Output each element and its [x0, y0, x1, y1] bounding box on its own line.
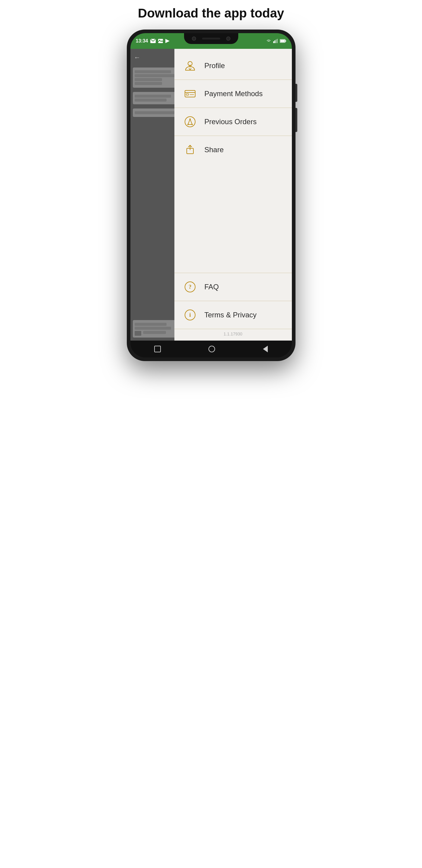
status-right-icons [266, 39, 287, 43]
status-time: 13:34 [136, 38, 170, 44]
phone-frame: 13:34 [127, 30, 295, 361]
menu-item-profile[interactable]: Profile [174, 52, 292, 80]
side-drawer: Profile Payment Methods [174, 49, 292, 341]
svg-rect-9 [285, 40, 286, 41]
mail-icon [150, 39, 156, 43]
menu-item-faq[interactable]: ? FAQ [174, 273, 292, 301]
profile-icon [183, 59, 197, 73]
menu-bottom: ? FAQ i Terms & Privacy [174, 273, 292, 341]
svg-rect-4 [273, 41, 274, 43]
screen-area: ← [130, 49, 292, 341]
nav-home-button[interactable] [208, 346, 215, 352]
svg-rect-10 [280, 40, 285, 42]
menu-items-top: Profile Payment Methods [174, 49, 292, 164]
wifi-icon [266, 39, 271, 43]
svg-line-18 [188, 119, 190, 124]
svg-marker-3 [165, 39, 170, 43]
menu-item-share[interactable]: Share [174, 136, 292, 164]
status-bar: 13:34 [130, 33, 292, 49]
share-icon [183, 143, 197, 157]
svg-rect-5 [274, 40, 275, 43]
notch [184, 33, 238, 44]
orders-label: Previous Orders [204, 118, 257, 126]
phone-screen: 13:34 [130, 33, 292, 358]
menu-spacer [174, 164, 292, 273]
nav-back-button[interactable] [263, 346, 268, 352]
svg-line-19 [190, 119, 192, 124]
payment-icon [183, 87, 197, 101]
battery-icon [280, 39, 287, 43]
menu-item-payment[interactable]: Payment Methods [174, 80, 292, 108]
signal-icon [273, 39, 278, 43]
nav-bar [130, 341, 292, 358]
front-sensor [226, 36, 230, 41]
faq-label: FAQ [204, 283, 219, 291]
svg-text:i: i [189, 312, 191, 318]
payment-label: Payment Methods [204, 90, 263, 98]
speaker [202, 38, 220, 39]
menu-item-orders[interactable]: Previous Orders [174, 108, 292, 136]
svg-text:?: ? [189, 284, 191, 290]
svg-rect-15 [186, 94, 189, 95]
nav-square-button[interactable] [154, 346, 161, 352]
svg-rect-6 [275, 39, 277, 43]
faq-icon: ? [183, 280, 197, 294]
profile-label: Profile [204, 61, 225, 70]
version-text: 1.1.17930 [174, 329, 292, 338]
page-title: Download the app today [138, 6, 284, 21]
svg-point-20 [190, 119, 191, 120]
front-camera [192, 36, 196, 41]
terms-icon: i [183, 308, 197, 322]
playstore-icon [165, 39, 170, 43]
share-label: Share [204, 146, 224, 154]
svg-rect-7 [277, 39, 278, 43]
menu-item-terms[interactable]: i Terms & Privacy [174, 301, 292, 329]
svg-point-17 [185, 117, 195, 127]
terms-label: Terms & Privacy [204, 311, 257, 319]
image-icon [158, 39, 163, 43]
orders-icon [183, 115, 197, 129]
